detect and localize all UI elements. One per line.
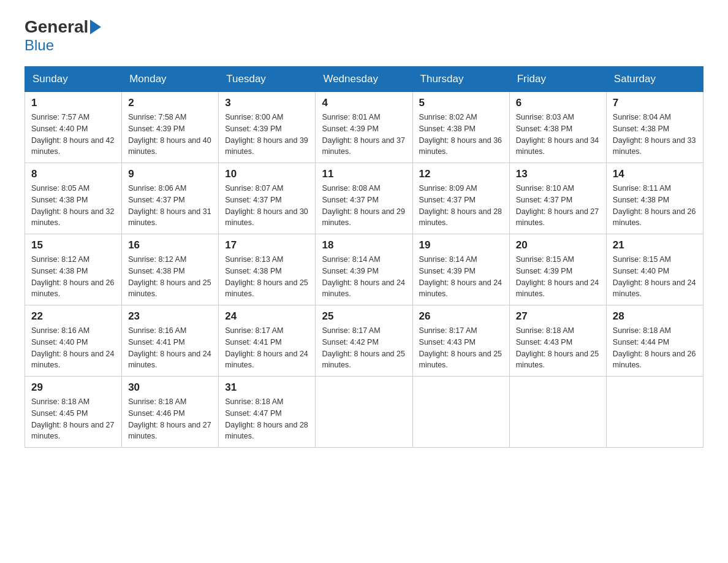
weekday-header-sunday: Sunday [25,67,122,92]
weekday-header-row: SundayMondayTuesdayWednesdayThursdayFrid… [25,67,703,92]
day-number: 29 [31,381,115,394]
calendar-cell [606,377,703,448]
day-info: Sunrise: 8:03 AM Sunset: 4:38 PM Dayligh… [516,112,600,158]
day-info: Sunrise: 8:04 AM Sunset: 4:38 PM Dayligh… [613,112,697,158]
day-number: 24 [225,310,309,323]
calendar-cell: 18 Sunrise: 8:14 AM Sunset: 4:39 PM Dayl… [316,234,412,305]
calendar-cell: 22 Sunrise: 8:16 AM Sunset: 4:40 PM Dayl… [25,305,122,377]
calendar-cell: 12 Sunrise: 8:09 AM Sunset: 4:37 PM Dayl… [412,163,509,234]
day-info: Sunrise: 8:12 AM Sunset: 4:38 PM Dayligh… [31,254,115,300]
calendar-cell: 21 Sunrise: 8:15 AM Sunset: 4:40 PM Dayl… [606,234,703,305]
day-number: 22 [31,310,115,323]
calendar-cell: 1 Sunrise: 7:57 AM Sunset: 4:40 PM Dayli… [25,92,122,163]
day-info: Sunrise: 7:58 AM Sunset: 4:39 PM Dayligh… [128,112,212,158]
logo: General Blue [25,18,103,54]
calendar-cell: 9 Sunrise: 8:06 AM Sunset: 4:37 PM Dayli… [122,163,219,234]
logo-general-text: General [25,18,88,36]
day-number: 6 [516,97,600,109]
day-info: Sunrise: 8:10 AM Sunset: 4:37 PM Dayligh… [516,183,600,229]
day-info: Sunrise: 8:18 AM Sunset: 4:47 PM Dayligh… [225,396,309,442]
day-info: Sunrise: 8:06 AM Sunset: 4:37 PM Dayligh… [128,183,212,229]
day-number: 26 [419,310,503,323]
day-info: Sunrise: 8:18 AM Sunset: 4:44 PM Dayligh… [613,325,697,371]
calendar-cell: 19 Sunrise: 8:14 AM Sunset: 4:39 PM Dayl… [412,234,509,305]
weekday-header-friday: Friday [509,67,606,92]
day-number: 4 [322,97,406,109]
day-number: 23 [128,310,212,323]
day-info: Sunrise: 8:02 AM Sunset: 4:38 PM Dayligh… [419,112,503,158]
calendar-cell: 30 Sunrise: 8:18 AM Sunset: 4:46 PM Dayl… [122,377,219,448]
calendar-week-row: 29 Sunrise: 8:18 AM Sunset: 4:45 PM Dayl… [25,377,703,448]
day-info: Sunrise: 8:15 AM Sunset: 4:39 PM Dayligh… [516,254,600,300]
day-info: Sunrise: 8:09 AM Sunset: 4:37 PM Dayligh… [419,183,503,229]
calendar-cell: 27 Sunrise: 8:18 AM Sunset: 4:43 PM Dayl… [509,305,606,377]
day-number: 20 [516,239,600,251]
calendar-cell: 7 Sunrise: 8:04 AM Sunset: 4:38 PM Dayli… [606,92,703,163]
day-number: 10 [225,168,309,180]
day-number: 28 [613,310,697,323]
day-number: 18 [322,239,406,251]
day-number: 16 [128,239,212,251]
calendar-cell [316,377,412,448]
calendar-cell [509,377,606,448]
day-info: Sunrise: 8:00 AM Sunset: 4:39 PM Dayligh… [225,112,309,158]
day-number: 14 [613,168,697,180]
weekday-header-saturday: Saturday [606,67,703,92]
calendar-cell: 26 Sunrise: 8:17 AM Sunset: 4:43 PM Dayl… [412,305,509,377]
day-number: 25 [322,310,406,323]
day-number: 2 [128,97,212,109]
calendar-table: SundayMondayTuesdayWednesdayThursdayFrid… [25,66,703,448]
day-number: 19 [419,239,503,251]
calendar-cell: 24 Sunrise: 8:17 AM Sunset: 4:41 PM Dayl… [219,305,316,377]
calendar-week-row: 15 Sunrise: 8:12 AM Sunset: 4:38 PM Dayl… [25,234,703,305]
calendar-cell: 13 Sunrise: 8:10 AM Sunset: 4:37 PM Dayl… [509,163,606,234]
calendar-cell: 16 Sunrise: 8:12 AM Sunset: 4:38 PM Dayl… [122,234,219,305]
day-number: 15 [31,239,115,251]
calendar-cell: 5 Sunrise: 8:02 AM Sunset: 4:38 PM Dayli… [412,92,509,163]
weekday-header-wednesday: Wednesday [316,67,412,92]
day-number: 7 [613,97,697,109]
calendar-cell: 11 Sunrise: 8:08 AM Sunset: 4:37 PM Dayl… [316,163,412,234]
day-info: Sunrise: 8:16 AM Sunset: 4:41 PM Dayligh… [128,325,212,371]
calendar-cell: 20 Sunrise: 8:15 AM Sunset: 4:39 PM Dayl… [509,234,606,305]
calendar-week-row: 8 Sunrise: 8:05 AM Sunset: 4:38 PM Dayli… [25,163,703,234]
day-info: Sunrise: 8:18 AM Sunset: 4:45 PM Dayligh… [31,396,115,442]
calendar-cell: 14 Sunrise: 8:11 AM Sunset: 4:38 PM Dayl… [606,163,703,234]
calendar-cell: 31 Sunrise: 8:18 AM Sunset: 4:47 PM Dayl… [219,377,316,448]
day-info: Sunrise: 8:16 AM Sunset: 4:40 PM Dayligh… [31,325,115,371]
day-number: 21 [613,239,697,251]
calendar-cell: 25 Sunrise: 8:17 AM Sunset: 4:42 PM Dayl… [316,305,412,377]
day-number: 1 [31,97,115,109]
day-number: 27 [516,310,600,323]
day-info: Sunrise: 8:11 AM Sunset: 4:38 PM Dayligh… [613,183,697,229]
day-info: Sunrise: 8:12 AM Sunset: 4:38 PM Dayligh… [128,254,212,300]
day-number: 30 [128,381,212,394]
day-number: 12 [419,168,503,180]
calendar-cell: 17 Sunrise: 8:13 AM Sunset: 4:38 PM Dayl… [219,234,316,305]
calendar-cell: 28 Sunrise: 8:18 AM Sunset: 4:44 PM Dayl… [606,305,703,377]
calendar-cell: 10 Sunrise: 8:07 AM Sunset: 4:37 PM Dayl… [219,163,316,234]
day-number: 13 [516,168,600,180]
weekday-header-thursday: Thursday [412,67,509,92]
day-info: Sunrise: 8:17 AM Sunset: 4:41 PM Dayligh… [225,325,309,371]
calendar-cell: 2 Sunrise: 7:58 AM Sunset: 4:39 PM Dayli… [122,92,219,163]
calendar-cell: 15 Sunrise: 8:12 AM Sunset: 4:38 PM Dayl… [25,234,122,305]
day-number: 5 [419,97,503,109]
weekday-header-monday: Monday [122,67,219,92]
day-info: Sunrise: 8:17 AM Sunset: 4:43 PM Dayligh… [419,325,503,371]
day-info: Sunrise: 8:07 AM Sunset: 4:37 PM Dayligh… [225,183,309,229]
day-number: 17 [225,239,309,251]
day-number: 3 [225,97,309,109]
page-header: General Blue [25,18,703,54]
calendar-week-row: 1 Sunrise: 7:57 AM Sunset: 4:40 PM Dayli… [25,92,703,163]
day-info: Sunrise: 8:17 AM Sunset: 4:42 PM Dayligh… [322,325,406,371]
day-info: Sunrise: 8:08 AM Sunset: 4:37 PM Dayligh… [322,183,406,229]
day-number: 31 [225,381,309,394]
calendar-week-row: 22 Sunrise: 8:16 AM Sunset: 4:40 PM Dayl… [25,305,703,377]
logo-blue-text: Blue [25,37,54,54]
day-info: Sunrise: 8:18 AM Sunset: 4:46 PM Dayligh… [128,396,212,442]
calendar-cell: 29 Sunrise: 8:18 AM Sunset: 4:45 PM Dayl… [25,377,122,448]
day-number: 8 [31,168,115,180]
calendar-cell: 6 Sunrise: 8:03 AM Sunset: 4:38 PM Dayli… [509,92,606,163]
day-number: 9 [128,168,212,180]
